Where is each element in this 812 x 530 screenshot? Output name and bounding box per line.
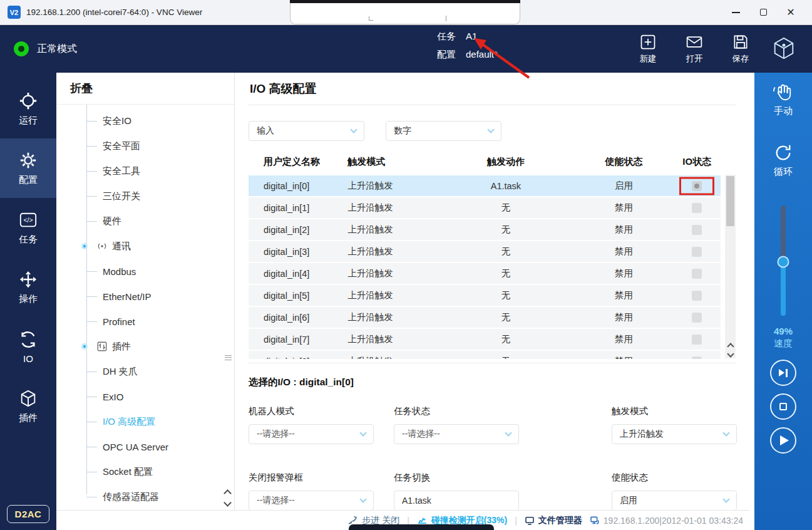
io-state-indicator[interactable] xyxy=(692,291,702,301)
d2ac-button[interactable]: D2AC xyxy=(7,505,50,523)
tree-item-12[interactable]: I/O 高级配置 xyxy=(56,409,234,434)
scroll-down-icon[interactable] xyxy=(727,350,734,357)
tree-item-6[interactable]: Modbus xyxy=(56,259,234,284)
tree-item-3[interactable]: 三位开关 xyxy=(56,184,234,209)
io-direction-select[interactable]: 输入 xyxy=(249,121,364,141)
task-value: A1 xyxy=(466,31,477,41)
svg-text:</>: </> xyxy=(24,217,33,224)
step-forward-button[interactable] xyxy=(770,360,796,386)
io-state-indicator[interactable] xyxy=(692,313,702,323)
tree-node-dot-icon xyxy=(81,343,88,350)
field-label: 任务切换 xyxy=(394,472,612,484)
chevron-down-icon xyxy=(350,126,357,133)
tree-item-14[interactable]: Socket 配置 xyxy=(56,459,234,484)
scrollbar-thumb[interactable] xyxy=(726,176,734,226)
select-value: 启用 xyxy=(620,495,637,506)
minimize-button[interactable] xyxy=(722,2,749,23)
speed-slider[interactable] xyxy=(781,205,786,316)
cell-name: digital_in[6] xyxy=(249,313,347,323)
table-row[interactable]: digital_in[1]上升沿触发无禁用 xyxy=(249,197,721,218)
scroll-up-icon[interactable] xyxy=(727,343,734,350)
robot-mode-indicator[interactable]: 正常模式 xyxy=(14,41,77,56)
tree-item-4[interactable]: 硬件 xyxy=(56,209,234,234)
cell-enable-state: 禁用 xyxy=(574,202,673,214)
file-manager-button[interactable]: 文件管理器 xyxy=(525,515,582,526)
table-row[interactable]: digital_in[5]上升沿触发无禁用 xyxy=(249,285,721,306)
sidebar-item-io[interactable]: IO xyxy=(0,317,56,377)
tree-item-15[interactable]: 传感器适配器 xyxy=(56,484,234,509)
tree-item-0[interactable]: 安全IO xyxy=(56,108,234,133)
new-button[interactable]: 新建 xyxy=(639,33,657,65)
io-state-indicator[interactable] xyxy=(692,247,702,257)
table-scrollbar[interactable] xyxy=(725,175,736,358)
sidebar-item-label: 配置 xyxy=(19,174,38,186)
file-manager-icon xyxy=(525,516,535,526)
scroll-up-icon[interactable] xyxy=(224,489,232,497)
table-body: digital_in[0]上升沿触发A1.task启用digital_in[1]… xyxy=(249,175,721,359)
column-header: 用户定义名称 xyxy=(249,156,347,168)
sidebar-item-operate[interactable]: 操作 xyxy=(0,257,56,317)
stop-button[interactable] xyxy=(770,393,796,420)
table-row[interactable]: digital_in[6]上升沿触发无禁用 xyxy=(249,307,721,328)
cell-trigger-mode: 上升沿触发 xyxy=(347,224,437,236)
config-value: default* xyxy=(466,49,498,60)
tree-item-1[interactable]: 安全平面 xyxy=(56,133,234,158)
table-row[interactable]: digital_in[0]上升沿触发A1.task启用 xyxy=(249,175,721,196)
field-label: 关闭报警弹框 xyxy=(249,472,394,484)
io-type-select[interactable]: 数字 xyxy=(386,121,501,141)
robot-mode-select[interactable]: --请选择-- xyxy=(249,424,374,444)
manual-mode-button[interactable]: 手动 xyxy=(773,83,794,117)
table-row[interactable]: digital_in[7]上升沿触发无禁用 xyxy=(249,329,721,350)
cell-trigger-action: 无 xyxy=(438,333,575,345)
play-button[interactable] xyxy=(770,427,796,454)
right-toolbar: 手动 循环 49% 速度 xyxy=(754,73,812,530)
close-alarm-popup-select[interactable]: --请选择-- xyxy=(249,491,374,510)
tree-item-10[interactable]: DH 夹爪 xyxy=(56,359,234,384)
tree-item-9[interactable]: 插件 xyxy=(56,334,234,359)
close-button[interactable]: ✕ xyxy=(777,2,804,23)
vnc-floating-toolbar[interactable] xyxy=(290,3,520,24)
io-state-indicator[interactable] xyxy=(692,269,702,279)
task-state-select[interactable]: --请选择-- xyxy=(394,424,519,444)
cell-io-state xyxy=(674,307,721,328)
sidebar-item-task[interactable]: </>任务 xyxy=(0,198,56,257)
tree-item-8[interactable]: Profinet xyxy=(56,309,234,334)
tree-item-label: Socket 配置 xyxy=(103,466,153,478)
table-row[interactable]: digital_in[2]上升沿触发无禁用 xyxy=(249,219,721,240)
tree-item-label: ExIO xyxy=(103,392,123,402)
io-state-indicator[interactable] xyxy=(692,225,702,235)
cell-name: digital_in[1] xyxy=(249,203,347,213)
io-state-indicator[interactable] xyxy=(692,356,702,360)
table-row[interactable]: digital_in[4]上升沿触发无禁用 xyxy=(249,263,721,284)
tree-item-11[interactable]: ExIO xyxy=(56,384,234,409)
io-state-indicator[interactable] xyxy=(692,335,702,345)
table-row[interactable]: digital_in[3]上升沿触发无禁用 xyxy=(249,241,721,262)
chevron-down-icon xyxy=(359,429,366,436)
page-title: I/O 高级配置 xyxy=(249,73,736,105)
save-button[interactable]: 保存 xyxy=(732,33,749,65)
io-state-indicator[interactable] xyxy=(692,203,702,213)
speed-slider-thumb[interactable] xyxy=(778,256,789,268)
sidebar-item-plugin[interactable]: 插件 xyxy=(0,377,56,436)
tree-scrollbar-grip[interactable] xyxy=(225,353,232,361)
enable-state-select[interactable]: 启用 xyxy=(612,491,737,510)
tree-item-5[interactable]: 通讯 xyxy=(56,234,234,259)
maximize-button[interactable] xyxy=(749,2,777,23)
task-switch-input[interactable]: A1.task xyxy=(394,491,519,510)
vnc-logo: V2 xyxy=(8,6,21,19)
scroll-down-icon[interactable] xyxy=(224,499,232,507)
io-config-form: 机器人模式--请选择--任务状态--请选择--触发模式上升沿触发关闭报警弹框--… xyxy=(249,405,736,510)
tree-item-7[interactable]: EtherNet/IP xyxy=(56,284,234,309)
open-button[interactable]: 打开 xyxy=(686,33,703,65)
tree-item-13[interactable]: OPC UA Server xyxy=(56,434,234,459)
separator: | xyxy=(515,516,517,526)
tree-item-2[interactable]: 安全工具 xyxy=(56,158,234,184)
tree-collapse-header[interactable]: 折叠 xyxy=(56,73,234,105)
chevron-down-icon xyxy=(505,429,511,436)
trigger-mode-select[interactable]: 上升沿触发 xyxy=(612,424,737,444)
table-row[interactable]: digital_in[8]上升沿触发无禁用 xyxy=(249,351,721,359)
sidebar-item-config[interactable]: 配置 xyxy=(0,138,56,198)
sidebar-item-run[interactable]: 运行 xyxy=(0,79,56,138)
cell-trigger-action: 无 xyxy=(438,355,575,359)
loop-mode-button[interactable]: 循环 xyxy=(774,143,793,178)
